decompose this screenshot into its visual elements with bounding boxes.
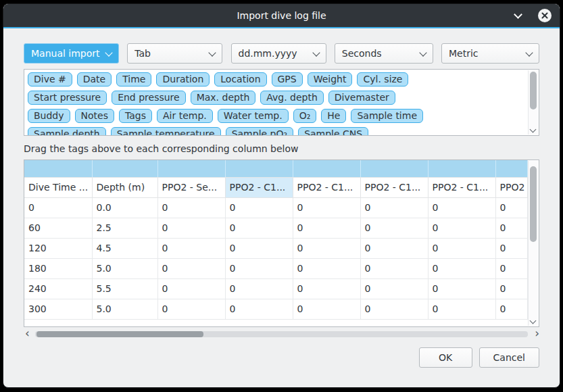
chevron-down-icon (105, 49, 112, 56)
tag-notes[interactable]: Notes (75, 109, 114, 123)
column-drop-target[interactable] (157, 160, 225, 177)
tag-tags[interactable]: Tags (119, 109, 152, 123)
scroll-left-arrow-icon[interactable]: ‹ (25, 327, 30, 339)
tag-list-scrollbar-vertical[interactable] (528, 70, 538, 134)
tag-sample-temperature[interactable]: Sample temperature (111, 127, 221, 136)
chevron-down-icon (312, 49, 320, 56)
cell: 0 (360, 197, 428, 218)
tag-row: Sample depthSample temperatureSample pO₂… (28, 127, 524, 136)
scrollbar-handle[interactable] (530, 72, 537, 109)
cell: 0 (495, 218, 527, 238)
tag-avg-depth[interactable]: Avg. depth (260, 91, 324, 105)
instruction-text: Drag the tags above to each correspondin… (24, 143, 539, 154)
cell: 240 (24, 278, 92, 299)
table-scrollbar-horizontal[interactable]: ‹ › (24, 329, 539, 339)
cell: 0 (293, 299, 360, 319)
combo-value: dd.mm.yyyy (239, 48, 297, 59)
combo-value: Metric (449, 48, 479, 59)
column-drop-target[interactable] (24, 160, 92, 177)
column-header[interactable]: PPO2 - C1... (293, 177, 360, 197)
cell: 0 (157, 278, 225, 299)
scroll-down-arrow-icon[interactable] (530, 318, 537, 324)
column-drop-target[interactable] (293, 160, 360, 177)
tag-buddy[interactable]: Buddy (28, 109, 70, 123)
tag-divemaster[interactable]: Divemaster (328, 91, 395, 105)
tag-time[interactable]: Time (116, 72, 151, 87)
cell: 0 (24, 197, 92, 218)
tag-duration[interactable]: Duration (156, 72, 210, 87)
cell: 0 (225, 238, 293, 258)
tag-list-rows: Dive #DateTimeDurationLocationGPSWeightC… (28, 72, 524, 136)
field-separator-select[interactable]: Tab (127, 43, 222, 64)
table-body: 00.0000000602.50000001204.50000001805.00… (24, 197, 527, 319)
table-header-row: Dive Time ...Depth (m)PPO2 - Se...PPO2 -… (24, 177, 527, 197)
tag-o[interactable]: O₂ (293, 109, 317, 123)
tag-sample-depth[interactable]: Sample depth (28, 127, 106, 136)
cell: 60 (24, 218, 92, 238)
units-select[interactable]: Metric (441, 43, 539, 64)
tag-row: BuddyNotesTagsAir temp.Water temp.O₂HeSa… (28, 109, 524, 123)
date-format-select[interactable]: dd.mm.yyyy (231, 43, 326, 64)
cell: 0 (428, 258, 495, 278)
column-drop-target[interactable] (225, 160, 293, 177)
cell: 0 (293, 218, 360, 238)
cell: 2.5 (92, 218, 157, 238)
tag-sample-time[interactable]: Sample time (351, 109, 423, 123)
tag-sample-po[interactable]: Sample pO₂ (226, 127, 293, 136)
scrollbar-handle[interactable] (530, 166, 537, 242)
tag-gps[interactable]: GPS (272, 72, 303, 87)
cell: 4.5 (92, 238, 157, 258)
column-drop-target[interactable] (495, 160, 527, 177)
tag-date[interactable]: Date (77, 72, 112, 87)
cell: 0 (428, 197, 495, 218)
cell: 0 (360, 258, 428, 278)
column-header[interactable]: Dive Time ... (24, 177, 92, 197)
column-drop-target[interactable] (92, 160, 157, 177)
cell: 5.0 (92, 299, 157, 319)
tag-he[interactable]: He (321, 109, 346, 123)
window-close-button[interactable] (538, 9, 552, 22)
tag-water-temp[interactable]: Water temp. (218, 109, 289, 123)
table-row: 1805.0000000 (24, 258, 527, 278)
column-header[interactable]: PPO2 - C1... (428, 177, 495, 197)
tag-location[interactable]: Location (214, 72, 266, 87)
scroll-right-arrow-icon[interactable]: › (535, 327, 539, 339)
table-row: 602.5000000 (24, 218, 527, 238)
cell: 5.0 (92, 258, 157, 278)
tag-sample-cns[interactable]: Sample CNS (298, 127, 368, 136)
import-type-select[interactable]: Manual import (24, 43, 119, 64)
scrollbar-track[interactable] (35, 331, 528, 337)
cell: 0 (157, 218, 225, 238)
tag-end-pressure[interactable]: End pressure (112, 91, 186, 105)
duration-format-select[interactable]: Seconds (335, 43, 433, 64)
cell: 0 (157, 299, 225, 319)
window-shade-button[interactable] (511, 9, 524, 22)
cell: 0 (495, 278, 527, 299)
tag-max-depth[interactable]: Max. depth (191, 91, 256, 105)
titlebar[interactable]: Import dive log file (3, 4, 560, 27)
tag-weight[interactable]: Weight (308, 72, 353, 87)
import-options-row: Manual import Tab dd.mm.yyyy Seconds Met… (24, 43, 539, 64)
column-header[interactable]: PPO2 - C1... (360, 177, 428, 197)
column-header[interactable]: PPO2 (495, 177, 527, 197)
scroll-down-arrow-icon[interactable] (530, 126, 537, 133)
column-drop-target[interactable] (428, 160, 495, 177)
column-drop-target[interactable] (360, 160, 428, 177)
cancel-button[interactable]: Cancel (479, 347, 539, 368)
cell: 0 (360, 299, 428, 319)
column-header[interactable]: Depth (m) (92, 177, 157, 197)
cell: 0 (225, 299, 293, 319)
cell: 0 (157, 258, 225, 278)
column-header[interactable]: PPO2 - C1... (225, 177, 293, 197)
table-scrollbar-vertical[interactable] (528, 161, 538, 326)
scrollbar-handle[interactable] (36, 331, 203, 337)
column-header[interactable]: PPO2 - Se... (157, 177, 225, 197)
tag-start-pressure[interactable]: Start pressure (28, 91, 107, 105)
cell: 0 (428, 299, 495, 319)
chevron-down-icon (525, 49, 533, 56)
cell: 0 (293, 258, 360, 278)
tag-cyl-size[interactable]: Cyl. size (357, 72, 408, 87)
ok-button[interactable]: OK (419, 347, 472, 368)
tag-dive[interactable]: Dive # (28, 72, 72, 87)
tag-air-temp[interactable]: Air temp. (157, 109, 213, 123)
